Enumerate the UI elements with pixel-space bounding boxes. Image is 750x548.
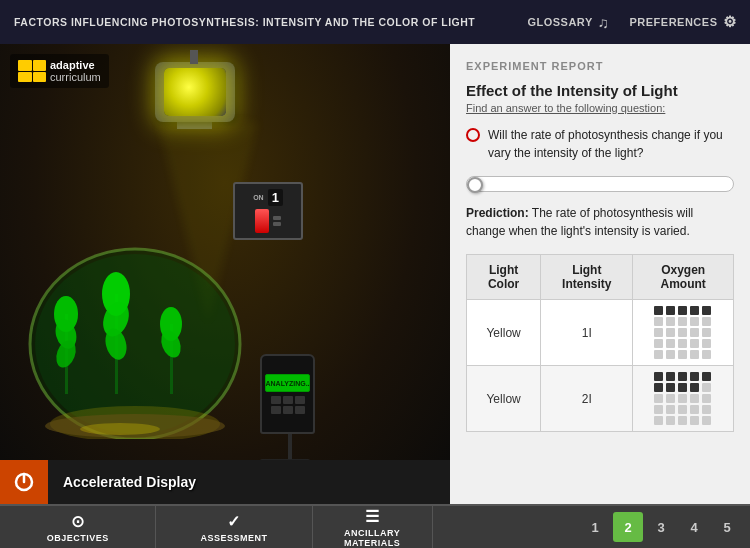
page-5[interactable]: 5	[712, 512, 742, 542]
row1-color: Yellow	[467, 300, 541, 366]
preferences-label: PREFERENCES	[629, 16, 717, 28]
page-2[interactable]: 2	[613, 512, 643, 542]
objectives-icon: ⊙	[71, 512, 85, 531]
table-row: Yellow 1I	[467, 300, 734, 366]
row2-color: Yellow	[467, 366, 541, 432]
data-table: Light Color Light Intensity Oxygen Amoun…	[466, 254, 734, 432]
analyzer-screen: ANALYZING..	[265, 374, 310, 392]
question-block: Will the rate of photosynthesis change i…	[466, 126, 734, 162]
row2-intensity: 2I	[541, 366, 633, 432]
control-box: ON 1	[233, 182, 303, 240]
header-controls: GLOSSARY ♫ PREFERENCES ⚙	[527, 13, 736, 31]
simulation-panel: adaptive curriculum ON 1	[0, 44, 450, 504]
col-header-oxygen: Oxygen Amount	[633, 255, 734, 300]
power-button[interactable]	[0, 460, 48, 504]
control-label-top: ON	[253, 194, 264, 201]
accelerated-display-bar: Accelerated Display	[0, 460, 450, 504]
page-numbers: 1 2 3 4 5	[580, 506, 750, 548]
assessment-label: ASSESSMENT	[200, 533, 267, 543]
row1-intensity: 1I	[541, 300, 633, 366]
page-3[interactable]: 3	[646, 512, 676, 542]
intensity-slider-thumb[interactable]	[467, 177, 483, 193]
glossary-icon: ♫	[598, 14, 610, 31]
preferences-button[interactable]: PREFERENCES ⚙	[629, 13, 736, 31]
col-header-intensity: Light Intensity	[541, 255, 633, 300]
main-content: adaptive curriculum ON 1	[0, 44, 750, 504]
nav-assessment[interactable]: ✓ ASSESSMENT	[156, 506, 312, 548]
gear-icon: ⚙	[723, 13, 737, 31]
col-header-color: Light Color	[467, 255, 541, 300]
logo: adaptive curriculum	[10, 54, 109, 88]
nav-ancillary[interactable]: ☰ ANCILLARY MATERIALS	[313, 506, 433, 548]
effect-title: Effect of the Intensity of Light	[466, 82, 734, 99]
nav-objectives[interactable]: ⊙ OBJECTIVES	[0, 506, 156, 548]
find-answer-text: Find an answer to the following question…	[466, 102, 734, 114]
analyzer-buttons	[271, 396, 305, 414]
control-red-bar	[255, 209, 269, 233]
aquarium-container	[20, 234, 250, 439]
ancillary-label: ANCILLARY MATERIALS	[317, 528, 428, 548]
prediction-text: Prediction: The rate of photosynthesis w…	[466, 204, 734, 240]
app-header: FACTORS INFLUENCING PHOTOSYNTHESIS: INTE…	[0, 0, 750, 44]
analyzer-cable	[288, 434, 292, 459]
nav-spacer	[433, 506, 580, 548]
logo-icon	[18, 60, 46, 82]
logo-text: adaptive curriculum	[50, 59, 101, 83]
intensity-slider-track[interactable]	[466, 176, 734, 192]
spotlight-mount	[190, 50, 198, 64]
question-radio[interactable]	[466, 128, 480, 142]
control-indicators	[273, 216, 281, 226]
table-row: Yellow 2I	[467, 366, 734, 432]
row1-oxygen	[633, 300, 734, 366]
report-panel: EXPERIMENT REPORT Effect of the Intensit…	[450, 44, 750, 504]
intensity-slider-container	[466, 176, 734, 192]
page-1[interactable]: 1	[580, 512, 610, 542]
spotlight-lens	[164, 68, 226, 116]
header-title: FACTORS INFLUENCING PHOTOSYNTHESIS: INTE…	[14, 16, 527, 28]
nav-bar: ⊙ OBJECTIVES ✓ ASSESSMENT ☰ ANCILLARY MA…	[0, 504, 750, 548]
power-icon	[13, 471, 35, 493]
svg-point-15	[80, 423, 160, 435]
row2-oxygen	[633, 366, 734, 432]
objectives-label: OBJECTIVES	[47, 533, 109, 543]
assessment-icon: ✓	[227, 512, 241, 531]
glossary-label: GLOSSARY	[527, 16, 592, 28]
report-section-title: EXPERIMENT REPORT	[466, 60, 734, 72]
question-text: Will the rate of photosynthesis change i…	[488, 126, 734, 162]
glossary-button[interactable]: GLOSSARY ♫	[527, 14, 609, 31]
page-4[interactable]: 4	[679, 512, 709, 542]
analyzer-device: ANALYZING..	[260, 354, 320, 444]
aquarium-svg	[20, 234, 250, 439]
accelerated-display-label: Accelerated Display	[48, 474, 211, 490]
control-number: 1	[268, 189, 283, 206]
table-body: Yellow 1I	[467, 300, 734, 432]
ancillary-icon: ☰	[365, 507, 380, 526]
